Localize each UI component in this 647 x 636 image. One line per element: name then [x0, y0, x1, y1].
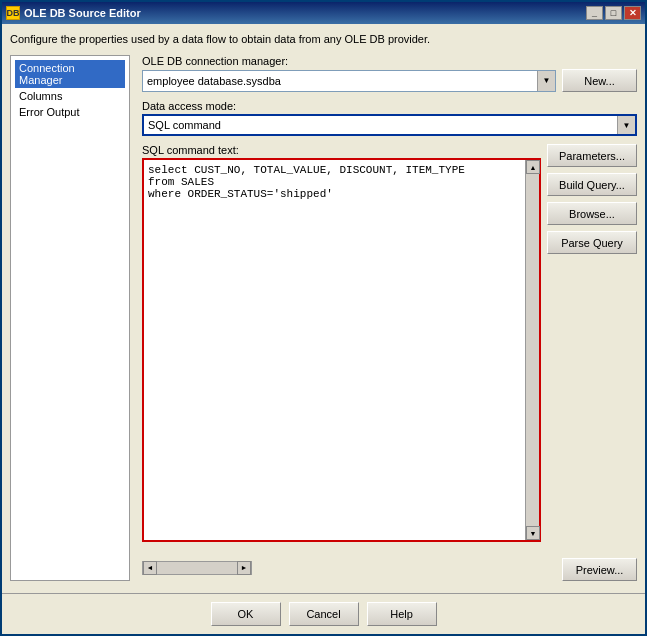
parse-query-button[interactable]: Parse Query	[547, 231, 637, 254]
sidebar-item-connection-manager[interactable]: Connection Manager	[15, 60, 125, 88]
horizontal-scrollbar[interactable]: ◄ ►	[142, 561, 252, 575]
scroll-track	[526, 174, 539, 526]
ole-db-source-editor-window: DB OLE DB Source Editor _ □ ✕ Configure …	[0, 0, 647, 636]
bottom-left: ◄ ►	[142, 561, 252, 575]
build-query-button[interactable]: Build Query...	[547, 173, 637, 196]
scroll-right-button[interactable]: ►	[237, 561, 251, 575]
sidebar-item-columns[interactable]: Columns	[15, 88, 125, 104]
connection-select[interactable]: employee database.sysdba	[147, 71, 551, 91]
maximize-button[interactable]: □	[605, 6, 622, 20]
right-panel: OLE DB connection manager: employee data…	[130, 55, 637, 581]
left-navigation: Connection Manager Columns Error Output	[10, 55, 130, 581]
preview-button[interactable]: Preview...	[562, 558, 637, 581]
scroll-left-button[interactable]: ◄	[143, 561, 157, 575]
h-scroll-track	[157, 562, 237, 574]
vertical-scrollbar[interactable]: ▲ ▼	[525, 160, 539, 540]
sql-action-buttons: Parameters... Build Query... Browse... P…	[547, 144, 637, 542]
sql-textarea-wrapper: select CUST_NO, TOTAL_VALUE, DISCOUNT, I…	[142, 158, 541, 542]
sql-text-panel: SQL command text: select CUST_NO, TOTAL_…	[142, 144, 541, 542]
minimize-button[interactable]: _	[586, 6, 603, 20]
scroll-up-button[interactable]: ▲	[526, 160, 540, 174]
preview-btn-row: Preview...	[562, 558, 637, 581]
parameters-button[interactable]: Parameters...	[547, 144, 637, 167]
data-access-select[interactable]: SQL command	[148, 116, 631, 134]
scroll-down-button[interactable]: ▼	[526, 526, 540, 540]
data-access-label: Data access mode:	[142, 100, 637, 112]
browse-button[interactable]: Browse...	[547, 202, 637, 225]
new-button[interactable]: New...	[562, 69, 637, 92]
help-button[interactable]: Help	[367, 602, 437, 626]
connection-label: OLE DB connection manager:	[142, 55, 637, 67]
data-access-section: Data access mode: SQL command ▼	[142, 100, 637, 136]
connection-manager-section: OLE DB connection manager: employee data…	[142, 55, 637, 92]
footer-buttons: OK Cancel Help	[2, 593, 645, 634]
window-icon: DB	[6, 6, 20, 20]
data-access-combobox[interactable]: SQL command ▼	[142, 114, 637, 136]
sql-section: SQL command text: select CUST_NO, TOTAL_…	[142, 144, 637, 542]
window-title: OLE DB Source Editor	[24, 7, 141, 19]
sql-command-textarea[interactable]: select CUST_NO, TOTAL_VALUE, DISCOUNT, I…	[144, 160, 525, 540]
title-bar: DB OLE DB Source Editor _ □ ✕	[2, 2, 645, 24]
description-text: Configure the properties used by a data …	[10, 32, 637, 47]
connection-combobox[interactable]: employee database.sysdba ▼	[142, 70, 556, 92]
bottom-bar: ◄ ► Preview...	[142, 550, 637, 581]
ok-button[interactable]: OK	[211, 602, 281, 626]
sql-command-label: SQL command text:	[142, 144, 541, 156]
sidebar-item-error-output[interactable]: Error Output	[15, 104, 125, 120]
cancel-button[interactable]: Cancel	[289, 602, 359, 626]
close-button[interactable]: ✕	[624, 6, 641, 20]
